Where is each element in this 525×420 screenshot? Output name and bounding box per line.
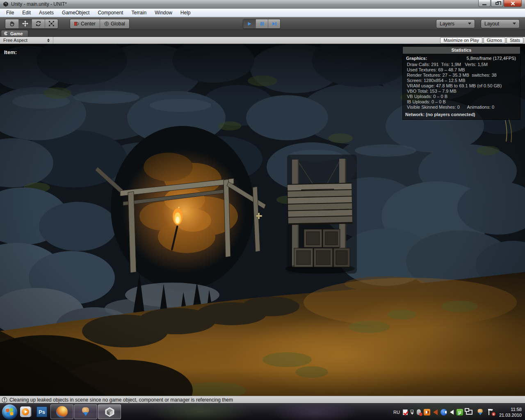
layout-dropdown[interactable]: Layout [481, 19, 520, 28]
stats-network-line: Network: (no players connected) [403, 110, 520, 119]
action-center-flag-icon[interactable]: x [488, 409, 495, 415]
menu-item-component[interactable]: Component [94, 9, 127, 16]
play-icon [247, 21, 252, 27]
menu-item-gameobject[interactable]: GameObject [58, 9, 93, 16]
info-icon [2, 397, 7, 403]
layers-dropdown[interactable]: Layers [436, 19, 475, 28]
updown-arrows-icon [47, 39, 50, 42]
media-player-icon [20, 406, 31, 417]
move-tool-button[interactable] [18, 19, 32, 28]
taskbar-unity-button[interactable] [98, 404, 121, 419]
show-hidden-icons-button[interactable] [411, 410, 414, 415]
photoshop-icon: Ps [37, 406, 47, 417]
pause-icon [259, 21, 265, 27]
menu-item-file[interactable]: File [2, 9, 18, 16]
stats-button[interactable]: Stats [507, 37, 523, 43]
windows-taskbar: Ps RU μ x 11:58 2 [0, 403, 525, 420]
window-title: Unity - main.unity - UNIT* [11, 1, 67, 7]
maximize-on-play-button[interactable]: Maximize on Play [440, 37, 482, 43]
aspect-value: Free Aspect [3, 38, 27, 43]
close-button[interactable] [504, 0, 522, 7]
language-indicator[interactable]: RU [393, 410, 400, 415]
stats-row-skinned-meshes: Visible Skinned Meshes: 0 Animations: 0 [403, 105, 520, 110]
rotate-tool-button[interactable] [32, 19, 45, 28]
stats-row-render-textures: Render Textures: 27 – 35.3 MB switches: … [403, 73, 520, 78]
stats-row-vram: VRAM usage: 47.8 MB to 69.1 MB (of 0.50 … [403, 83, 520, 89]
graphics-label: Graphics: [406, 56, 427, 61]
game-viewport[interactable]: Item: Statistics Graphics: 5,8ms/frame (… [0, 44, 525, 396]
taskbar-firefox-button[interactable] [50, 404, 73, 419]
move-icon [22, 21, 28, 27]
game-tab-label: Game [10, 31, 23, 36]
stats-row-drawcalls: Draw Calls: 291 Tris: 1,9M Verts: 1,5M [403, 62, 520, 67]
chevron-down-icon [468, 23, 471, 25]
windows-flag-icon [6, 408, 14, 416]
view-tab-bar: Game [0, 30, 525, 37]
stats-row-ib-uploads: IB Uploads: 0 – 0 B [403, 99, 520, 105]
clock-time: 11:58 [499, 406, 522, 412]
punto-doc-icon[interactable] [403, 409, 408, 415]
media-play-tray-icon[interactable] [424, 409, 430, 415]
editor-toolbar: Center Global Layers [0, 17, 525, 30]
taskbar-photoshop-button[interactable]: Ps [34, 404, 50, 420]
taskbar-download-manager-button[interactable] [74, 404, 97, 419]
console-status-bar[interactable]: Cleaning up leaked objects in scene sinc… [0, 396, 525, 403]
hud-item-label: Item: [4, 49, 17, 55]
layers-label: Layers [440, 21, 454, 27]
unity-icon [104, 406, 115, 418]
restore-icon [495, 2, 499, 5]
step-button[interactable] [268, 19, 280, 28]
stats-row-vbo: VBO Total: 153 – 7.9 MB [403, 89, 520, 94]
game-view-icon [4, 31, 8, 36]
play-button[interactable] [243, 19, 256, 28]
start-button[interactable] [2, 404, 17, 420]
stats-row-vb-uploads: VB Uploads: 0 – 0 B [403, 94, 520, 99]
stats-row-screen: Screen: 1280x854 – 12.5 MB [403, 78, 520, 83]
center-pivot-icon [74, 22, 79, 26]
chevron-down-icon [513, 23, 516, 25]
rotate-icon [35, 21, 41, 27]
download-manager-icon [81, 407, 91, 417]
close-icon [511, 1, 515, 6]
restore-button[interactable] [491, 0, 503, 7]
scale-icon [48, 21, 55, 27]
menu-item-edit[interactable]: Edit [18, 9, 34, 16]
minimize-button[interactable] [478, 0, 491, 7]
download-manager-tray-icon[interactable] [475, 407, 485, 417]
game-view-toolbar: Free Aspect Maximize on Play Gizmos Stat… [0, 37, 525, 44]
taskbar-media-player-button[interactable] [17, 404, 34, 420]
hand-tool-button[interactable] [5, 19, 18, 28]
pivot-global-button[interactable]: Global [100, 19, 129, 28]
gizmos-button[interactable]: Gizmos [484, 37, 505, 43]
step-icon [272, 21, 277, 27]
menu-item-window[interactable]: Window [151, 9, 176, 16]
minimize-icon [482, 4, 486, 5]
aspect-dropdown[interactable]: Free Aspect [0, 37, 53, 43]
window-titlebar[interactable]: Unity - main.unity - UNIT* [0, 0, 525, 9]
menu-item-help[interactable]: Help [177, 9, 194, 16]
menu-item-terrain[interactable]: Terrain [128, 9, 150, 16]
menu-item-assets[interactable]: Assets [35, 9, 57, 16]
pivot-center-button[interactable]: Center [70, 19, 100, 28]
network-icon[interactable] [466, 410, 472, 415]
clock-date: 21.03.2010 [499, 412, 522, 418]
unity-logo-icon [3, 1, 9, 7]
utorrent-icon[interactable]: μ [457, 409, 463, 415]
globe-icon [104, 21, 109, 26]
graphics-value: 5,8ms/frame (172,4FPS) [467, 56, 516, 61]
hand-icon [9, 21, 15, 27]
scale-tool-button[interactable] [45, 19, 58, 28]
taskbar-clock[interactable]: 11:58 21.03.2010 [499, 406, 522, 418]
tab-game[interactable]: Game [1, 30, 28, 37]
global-label: Global [111, 21, 125, 27]
mouse-device-icon[interactable] [417, 409, 421, 415]
center-label: Center [81, 21, 96, 27]
system-tray: RU μ x 11:58 21.03.2010 [393, 404, 525, 420]
stats-row-used-textures: Used Textures: 69 – 48.7 MB [403, 67, 520, 73]
layout-label: Layout [484, 21, 499, 27]
status-message: Cleaning up leaked objects in scene sinc… [9, 397, 233, 403]
pause-button[interactable] [256, 19, 268, 28]
volume-icon[interactable] [450, 410, 454, 415]
muted-volume-icon[interactable] [433, 409, 438, 415]
statistics-panel: Statistics Graphics: 5,8ms/frame (172,4F… [402, 46, 520, 120]
